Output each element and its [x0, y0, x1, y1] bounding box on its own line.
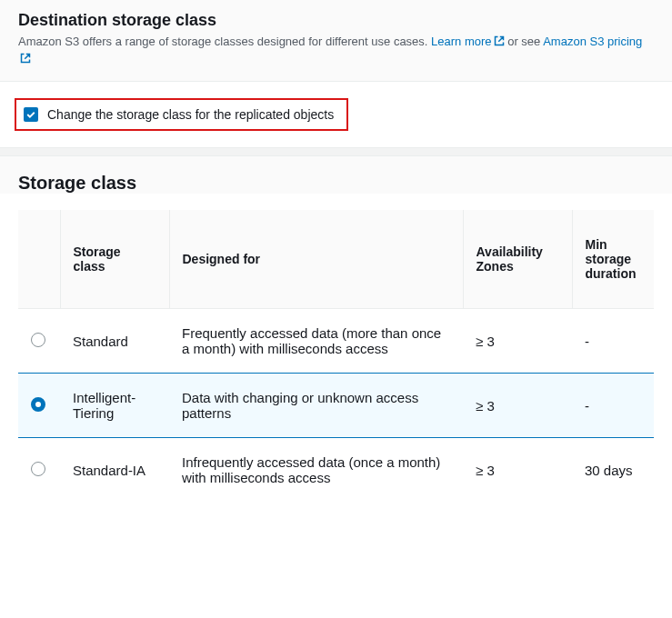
cell-duration: - [572, 309, 654, 374]
cell-name: Standard [60, 309, 169, 374]
cell-designed-for: Data with changing or unknown access pat… [169, 374, 463, 438]
panel-description: Amazon S3 offers a range of storage clas… [18, 34, 654, 68]
col-radio [18, 210, 60, 309]
learn-more-link[interactable]: Learn more [431, 35, 504, 48]
table-row[interactable]: Intelligent-Tiering Data with changing o… [18, 374, 654, 438]
external-link-icon [494, 35, 505, 51]
col-duration[interactable]: Min storage duration [572, 210, 654, 309]
cell-duration: 30 days [572, 438, 654, 503]
table-row[interactable]: Standard-IA Infrequently accessed data (… [18, 438, 654, 503]
change-storage-class-option: Change the storage class for the replica… [0, 82, 672, 147]
col-designed-for[interactable]: Designed for [169, 210, 463, 309]
col-zones[interactable]: Availability Zones [463, 210, 572, 309]
external-link-icon [20, 52, 31, 68]
cell-designed-for: Infrequently accessed data (once a month… [169, 438, 463, 503]
storage-class-section: Storage class [0, 156, 672, 194]
storage-class-title: Storage class [18, 173, 654, 194]
cell-designed-for: Frequently accessed data (more than once… [169, 309, 463, 374]
col-storage-class[interactable]: Storage class [60, 210, 169, 309]
storage-class-table-wrap: Storage class Designed for Availability … [0, 210, 672, 502]
storage-class-table: Storage class Designed for Availability … [18, 210, 654, 502]
panel-title: Destination storage class [18, 11, 654, 30]
cell-name: Intelligent-Tiering [60, 374, 169, 438]
desc-prefix: Amazon S3 offers a range of storage clas… [18, 35, 431, 48]
table-row[interactable]: Standard Frequently accessed data (more … [18, 309, 654, 374]
cell-zones: ≥ 3 [463, 438, 572, 503]
checkbox-label: Change the storage class for the replica… [47, 107, 334, 122]
section-divider [0, 147, 672, 156]
table-header-row: Storage class Designed for Availability … [18, 210, 654, 309]
highlighted-checkbox-container: Change the storage class for the replica… [15, 98, 348, 131]
cell-zones: ≥ 3 [463, 374, 572, 438]
cell-zones: ≥ 3 [463, 309, 572, 374]
cell-duration: - [572, 374, 654, 438]
destination-panel-header: Destination storage class Amazon S3 offe… [0, 0, 672, 82]
radio-intelligent-tiering[interactable] [31, 397, 45, 412]
cell-name: Standard-IA [60, 438, 169, 503]
radio-standard[interactable] [31, 333, 45, 347]
radio-standard-ia[interactable] [31, 462, 45, 476]
or-see-text: or see [505, 35, 544, 48]
check-icon [25, 109, 36, 120]
change-storage-checkbox[interactable] [24, 107, 38, 122]
